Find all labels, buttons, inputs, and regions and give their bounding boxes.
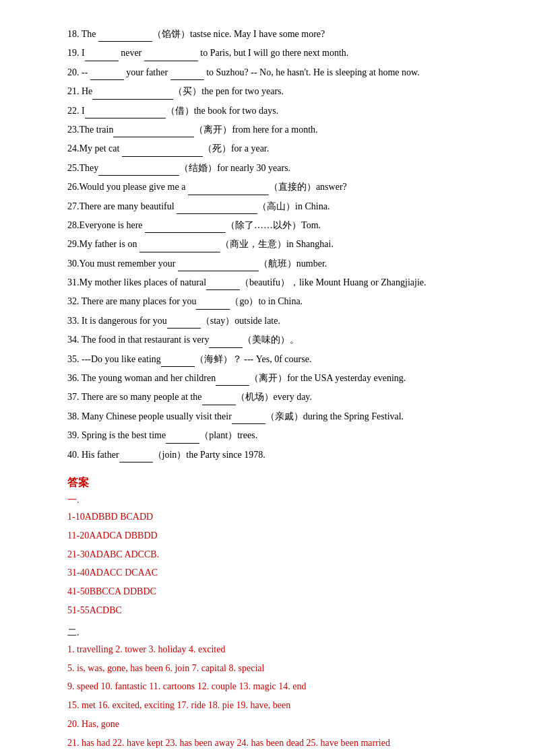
question-36: 36. The young woman and her children（离开）… xyxy=(67,371,481,386)
q27-blank xyxy=(177,203,257,214)
answer-line-2: 5. is, was, gone, has been 6. join 7. ca… xyxy=(67,660,481,677)
question-29: 29.My father is on （商业，生意）in Shanghai. xyxy=(67,237,481,252)
answer-row-4: 31-40ADACC DCAAC xyxy=(67,565,481,581)
question-18: 18. The （馅饼）tastse nice. May I have some… xyxy=(67,27,481,42)
question-40: 40. His father（join）the Party since 1978… xyxy=(67,448,481,462)
question-23: 23.The train（离开）from here for a month. xyxy=(67,123,481,137)
q26-blank xyxy=(188,184,269,195)
question-21: 21. He（买）the pen for two years. xyxy=(67,84,481,99)
q22-blank xyxy=(85,108,166,118)
answer-row-2: 11-20AADCA DBBDD xyxy=(67,528,481,544)
q37-blank xyxy=(202,394,236,405)
section-two-block: 二. 1. travelling 2. tower 3. holiday 4. … xyxy=(67,627,481,756)
q33-blank xyxy=(167,318,201,329)
q29-blank xyxy=(139,242,220,252)
q39-blank xyxy=(166,433,199,444)
answer-line-6: 21. has had 22. have kept 23. has been a… xyxy=(67,735,481,751)
question-37: 37. There are so many people at the（机场）e… xyxy=(67,390,481,405)
q35-blank xyxy=(161,356,195,367)
questions-section: 18. The （馅饼）tastse nice. May I have some… xyxy=(67,27,481,462)
answer-line-3: 9. speed 10. fantastic 11. cartoons 12. … xyxy=(67,679,481,695)
q31-blank xyxy=(206,279,240,290)
question-24: 24.My pet cat （死）for a year. xyxy=(67,141,481,156)
question-38: 38. Many Chinese people usually visit th… xyxy=(67,409,481,424)
question-27: 27.There are many beautiful （高山）in China… xyxy=(67,199,481,214)
q28-blank xyxy=(145,222,226,233)
q24-blank xyxy=(122,146,203,157)
q18-blank xyxy=(98,31,152,42)
answer-row-6: 51-55ACDBC xyxy=(67,603,481,619)
q21-blank xyxy=(92,89,173,100)
question-20: 20. -- your father to Suzhou? -- No, he … xyxy=(67,65,481,80)
q40-blank xyxy=(119,452,153,462)
question-34: 34. The food in that restaurant is very（… xyxy=(67,333,481,347)
answer-line-4: 15. met 16. excited, exciting 17. ride 1… xyxy=(67,697,481,714)
q25-blank xyxy=(98,165,179,176)
q20-blank2 xyxy=(170,69,204,80)
answers-section: 答案 一. 1-10ADBBD BCADD 11-20AADCA DBBDD 2… xyxy=(67,476,481,756)
question-25: 25.They（结婚）for nearly 30 years. xyxy=(67,161,481,176)
question-39: 39. Spring is the best time（plant）trees. xyxy=(67,428,481,443)
answer-row-3: 21-30ADABC ADCCB. xyxy=(67,547,481,563)
answer-line-5: 20. Has, gone xyxy=(67,716,481,732)
q38-blank xyxy=(232,413,265,424)
question-19: 19. I never to Paris, but I will go ther… xyxy=(67,46,481,61)
q19-blank2 xyxy=(144,50,198,61)
q20-blank1 xyxy=(90,69,124,80)
section-one-block: 一. 1-10ADBBD BCADD 11-20AADCA DBBDD 21-3… xyxy=(67,494,481,619)
question-35: 35. ---Do you like eating（海鲜）？ --- Yes, … xyxy=(67,352,481,367)
q23-blank xyxy=(113,127,194,137)
answer-row-1: 1-10ADBBD BCADD xyxy=(67,509,481,525)
q18-num: 18. The xyxy=(67,29,98,39)
q30-blank xyxy=(178,261,259,271)
question-22: 22. I（借）the book for two days. xyxy=(67,104,481,118)
answer-line-1: 1. travelling 2. tower 3. holiday 4. exc… xyxy=(67,642,481,658)
question-26: 26.Would you please give me a （直接的）answe… xyxy=(67,180,481,195)
section-one-label: 一. xyxy=(67,494,481,506)
question-28: 28.Everyone is here （除了……以外）Tom. xyxy=(67,218,481,233)
answers-title: 答案 xyxy=(67,476,481,490)
section-two-label: 二. xyxy=(67,627,481,639)
q34-blank xyxy=(209,337,243,348)
q32-blank xyxy=(196,299,230,310)
answer-line-7: 26. direct 27. mountains 28. except 29. … xyxy=(67,754,481,756)
question-32: 32. There are many places for you（go）to … xyxy=(67,294,481,309)
q36-blank xyxy=(216,375,249,386)
question-30: 30.You must remember your （航班）number. xyxy=(67,256,481,271)
question-33: 33. It is dangerous for you（stay）outside… xyxy=(67,314,481,329)
answer-row-5: 41-50BBCCA DDBDC xyxy=(67,584,481,600)
question-31: 31.My mother likes places of natural（bea… xyxy=(67,275,481,290)
q19-blank1 xyxy=(85,50,119,61)
